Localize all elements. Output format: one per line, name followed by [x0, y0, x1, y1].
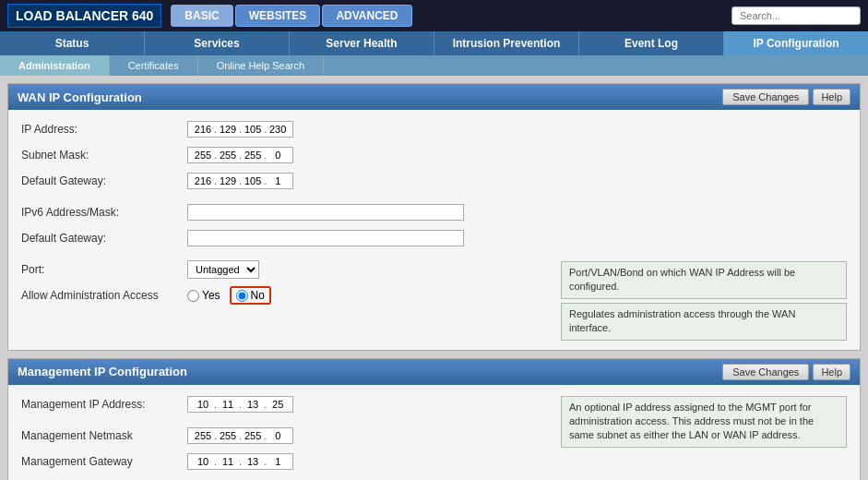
wan-subnet-display: 255 . 255 . 255 . 0 [187, 147, 293, 163]
nav-event-log[interactable]: Event Log [579, 31, 724, 55]
header: LOAD BALANCER 640 BASIC WEBSITES ADVANCE… [0, 0, 868, 31]
mgmt-ip-display: 10 . 11 . 13 . 25 [187, 396, 293, 413]
wan-ipv6-gw-label: Default Gateway: [21, 232, 187, 245]
mgmt-ip-label: Management IP Address: [21, 398, 187, 411]
nav-status[interactable]: Status [0, 31, 145, 55]
wan-section-actions: Save Changes Help [722, 89, 850, 105]
mgmt-gateway-display: 10 . 11 . 13 . 1 [187, 453, 293, 470]
wan-subnet-label: Subnet Mask: [21, 149, 187, 162]
content: WAN IP Configuration Save Changes Help I… [0, 76, 868, 480]
wan-ipv6-gw-row: Default Gateway: [21, 228, 847, 248]
wan-port-label: Port: [21, 263, 187, 276]
wan-subnet-a: 255 [194, 150, 212, 161]
mgmt-gateway-row: Management Gateway 10 . 11 . 13 . 1 [21, 451, 524, 472]
nav-server-health[interactable]: Server Health [290, 31, 434, 55]
wan-admin-no-label[interactable]: No [230, 286, 271, 305]
wan-gw-d: 1 [268, 175, 287, 186]
mgmt-netmask-c: 255 [244, 430, 262, 441]
wan-gateway-display: 216 . 129 . 105 . 1 [187, 173, 293, 189]
logo-text: LOAD BALANCER 640 [16, 8, 153, 23]
mgmt-netmask-a: 255 [194, 430, 212, 441]
mgmt-gw-c: 13 [244, 456, 262, 467]
wan-admin-yes-text: Yes [202, 289, 220, 302]
mgmt-ip-row: Management IP Address: 10 . 11 . 13 . 25 [21, 394, 524, 414]
wan-subnet-c: 255 [244, 150, 262, 161]
wan-ip-b: 129 [219, 124, 237, 135]
mgmt-netmask-label: Management Netmask [21, 429, 187, 442]
main-tabs: BASIC WEBSITES ADVANCED [171, 5, 411, 27]
wan-gw-c: 105 [244, 175, 262, 186]
search-box [731, 6, 861, 25]
nav-ip-config[interactable]: IP Configuration [724, 31, 868, 55]
mgmt-gw-a: 10 [194, 456, 212, 467]
sub-nav-certificates[interactable]: Certificates [110, 55, 198, 76]
mgmt-gw-d: 1 [268, 456, 287, 467]
tab-advanced[interactable]: ADVANCED [322, 5, 411, 27]
wan-subnet-b: 255 [219, 150, 237, 161]
wan-admin-radio-group: Yes No [187, 286, 271, 305]
mgmt-netmask-display: 255 . 255 . 255 . 0 [187, 427, 293, 444]
wan-ip-a: 216 [194, 124, 212, 135]
wan-port-select[interactable]: Untagged [187, 260, 259, 279]
wan-admin-yes-radio[interactable] [187, 290, 199, 302]
wan-ip-label: IP Address: [21, 123, 187, 136]
sub-nav-help-search[interactable]: Online Help Search [198, 55, 324, 76]
wan-admin-no-text: No [251, 289, 265, 302]
wan-ipv6-input[interactable] [187, 204, 464, 221]
wan-admin-label: Allow Administration Access [21, 289, 187, 302]
wan-admin-row: Allow Administration Access Yes No [21, 285, 524, 306]
sub-nav-bar: Administration Certificates Online Help … [0, 55, 868, 76]
wan-ipv6-gw-input[interactable] [187, 230, 464, 246]
wan-gateway-label: Default Gateway: [21, 174, 187, 187]
wan-port-row: Port: Untagged [21, 259, 524, 280]
mgmt-ip-a: 10 [194, 399, 212, 410]
mgmt-ip-desc: An optional IP address assigned to the M… [561, 396, 847, 448]
nav-intrusion[interactable]: Intrusion Prevention [434, 31, 579, 55]
mgmt-ip-c: 13 [244, 399, 262, 410]
wan-port-desc: Port/VLAN/Bond on which WAN IP Address w… [561, 261, 847, 299]
wan-ip-d: 230 [268, 124, 287, 135]
wan-save-button[interactable]: Save Changes [722, 89, 809, 105]
wan-ipv6-label: IPv6 Address/Mask: [21, 206, 187, 219]
wan-subnet-row: Subnet Mask: 255 . 255 . 255 . 0 [21, 145, 847, 165]
search-input[interactable] [731, 6, 861, 25]
wan-admin-yes-label[interactable]: Yes [187, 289, 220, 302]
mgmt-gateway-label: Management Gateway [21, 455, 187, 468]
mgmt-netmask-d: 0 [268, 430, 287, 441]
mgmt-section-header: Management IP Configuration Save Changes… [8, 359, 860, 385]
nav-bar: Status Services Server Health Intrusion … [0, 31, 868, 55]
logo: LOAD BALANCER 640 [7, 4, 161, 28]
mgmt-save-button[interactable]: Save Changes [722, 364, 809, 380]
wan-ip-display: 216 . 129 . 105 . 230 [187, 121, 293, 138]
mgmt-ip-d: 25 [268, 399, 287, 410]
wan-section-header: WAN IP Configuration Save Changes Help [8, 84, 860, 110]
mgmt-section: Management IP Configuration Save Changes… [7, 358, 861, 480]
wan-ip-row: IP Address: 216 . 129 . 105 . 230 [21, 119, 847, 139]
mgmt-netmask-b: 255 [219, 430, 237, 441]
wan-admin-no-radio[interactable] [236, 290, 248, 302]
wan-section-body: IP Address: 216 . 129 . 105 . 230 Subnet… [8, 110, 860, 350]
wan-subnet-d: 0 [268, 150, 287, 161]
nav-services[interactable]: Services [145, 31, 290, 55]
wan-section: WAN IP Configuration Save Changes Help I… [7, 83, 861, 351]
tab-basic[interactable]: BASIC [171, 5, 232, 27]
wan-ipv6-row: IPv6 Address/Mask: [21, 202, 847, 222]
mgmt-section-body: Management IP Address: 10 . 11 . 13 . 25 [8, 385, 860, 480]
mgmt-section-actions: Save Changes Help [722, 364, 850, 380]
wan-help-button[interactable]: Help [813, 89, 850, 105]
mgmt-section-title: Management IP Configuration [18, 365, 187, 378]
mgmt-ip-b: 11 [219, 399, 237, 410]
wan-gw-a: 216 [194, 175, 212, 186]
mgmt-netmask-row: Management Netmask 255 . 255 . 255 . 0 [21, 426, 524, 446]
mgmt-gw-b: 11 [219, 456, 237, 467]
wan-admin-desc: Regulates administration access through … [561, 303, 847, 341]
mgmt-help-button[interactable]: Help [813, 364, 850, 380]
wan-section-title: WAN IP Configuration [18, 90, 142, 104]
sub-nav-administration[interactable]: Administration [0, 55, 110, 76]
wan-gw-b: 129 [219, 175, 237, 186]
wan-ip-c: 105 [244, 124, 262, 135]
tab-websites[interactable]: WEBSITES [235, 5, 321, 27]
wan-gateway-row: Default Gateway: 216 . 129 . 105 . 1 [21, 171, 847, 191]
